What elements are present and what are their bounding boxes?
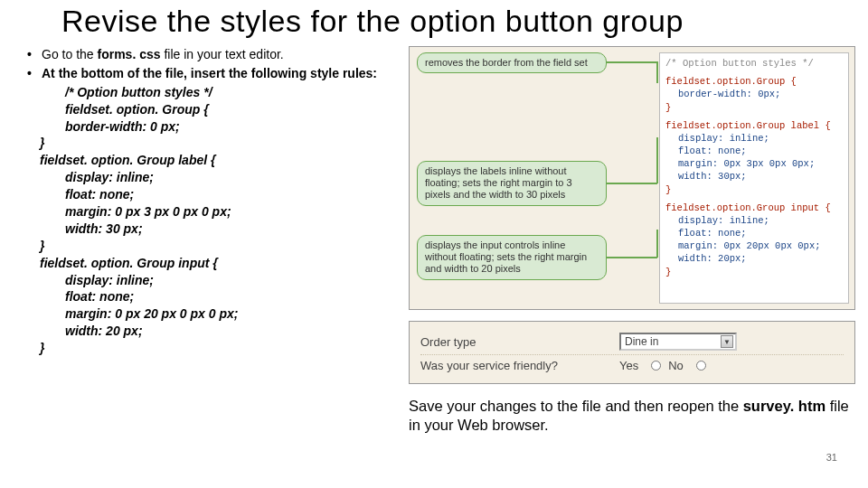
code-line: /* Option button styles */: [65, 84, 398, 101]
page-number: 31: [826, 452, 837, 463]
connector-line: [656, 230, 658, 258]
form-row-order-type: Order type Dine in ▼: [420, 329, 844, 355]
form-row-service: Was your service friendly? Yes No: [420, 355, 844, 376]
bullet-2: • At the bottom of the file, insert the …: [27, 65, 398, 82]
code-brace: }: [665, 266, 843, 278]
code-line: display: inline;: [40, 169, 398, 186]
code-line: display: inline;: [40, 272, 398, 289]
code-line: float: none;: [40, 186, 398, 203]
connector-line: [607, 257, 657, 258]
bullet2-text: At the bottom of the file, insert the fo…: [42, 65, 398, 82]
left-column: • Go to the forms. css file in your text…: [27, 46, 398, 434]
code-selector: fieldset.option.Group {: [665, 75, 843, 88]
bottom-pre: Save your changes to the file and then r…: [409, 398, 743, 414]
slide-title: Revise the styles for the option button …: [0, 0, 868, 46]
bullet1-bold: forms. css: [97, 47, 160, 61]
code-line: fieldset. option. Group input {: [40, 255, 398, 272]
code-line: fieldset. option. Group label {: [40, 152, 398, 169]
radio-no[interactable]: [696, 361, 706, 371]
select-value: Dine in: [625, 335, 658, 348]
code-line: float: none;: [40, 288, 398, 305]
label-service: Was your service friendly?: [420, 359, 619, 372]
code-prop: width: 30px;: [665, 170, 843, 183]
code-line: }: [40, 135, 398, 152]
code-line: width: 20 px;: [40, 323, 398, 340]
right-column: removes the border from the field set di…: [409, 46, 855, 434]
callout-1: removes the border from the field set: [417, 52, 607, 73]
radio-yes[interactable]: [651, 361, 661, 371]
dropdown-arrow-icon[interactable]: ▼: [721, 335, 733, 348]
css-code-block: /* Option button styles */ fieldset. opt…: [65, 84, 398, 357]
bullet1-post: file in your text editor.: [161, 47, 284, 61]
code-selector: fieldset.option.Group label {: [665, 119, 843, 132]
bullet-dot: •: [27, 65, 42, 82]
connector-line: [607, 183, 657, 184]
code-prop: display: inline;: [665, 214, 843, 227]
select-order-type[interactable]: Dine in ▼: [619, 333, 737, 351]
code-line: margin: 0 px 20 px 0 px 0 px;: [40, 305, 398, 323]
code-line: }: [40, 238, 398, 255]
connector-line: [656, 61, 658, 83]
code-prop: border-width: 0px;: [665, 88, 843, 100]
callout-2: displays the labels inline without float…: [417, 161, 607, 206]
code-line: fieldset. option. Group {: [65, 101, 398, 118]
code-selector: fieldset.option.Group input {: [665, 202, 843, 214]
code-prop: width: 20px;: [665, 252, 843, 265]
code-line: }: [40, 340, 398, 357]
form-preview: Order type Dine in ▼ Was your service fr…: [409, 321, 855, 384]
code-prop: float: none;: [665, 227, 843, 239]
code-brace: }: [665, 183, 843, 196]
code-comment: /* Option button styles */: [665, 57, 843, 70]
bullet1-pre: Go to the: [42, 47, 97, 61]
annotated-code-diagram: removes the border from the field set di…: [409, 46, 855, 310]
radio-label-no: No: [668, 359, 684, 372]
code-line: margin: 0 px 3 px 0 px 0 px;: [40, 203, 398, 221]
bottom-instruction: Save your changes to the file and then r…: [409, 395, 855, 434]
code-brace: }: [665, 101, 843, 114]
code-prop: float: none;: [665, 145, 843, 157]
code-prop: margin: 0px 3px 0px 0px;: [665, 157, 843, 170]
code-panel: /* Option button styles */ fieldset.opti…: [659, 52, 849, 304]
code-line: width: 30 px;: [40, 221, 398, 238]
code-line: border-width: 0 px;: [65, 118, 398, 136]
code-prop: margin: 0px 20px 0px 0px;: [665, 239, 843, 252]
bullet-dot: •: [27, 46, 42, 63]
connector-line: [607, 61, 657, 63]
callout-3: displays the input controls inline witho…: [417, 235, 607, 280]
content-columns: • Go to the forms. css file in your text…: [0, 46, 868, 434]
code-prop: display: inline;: [665, 132, 843, 145]
label-order-type: Order type: [420, 335, 619, 349]
connector-line: [656, 137, 658, 183]
radio-label-yes: Yes: [619, 359, 638, 372]
bullet-1: • Go to the forms. css file in your text…: [27, 46, 398, 63]
bottom-bold: survey. htm: [743, 398, 826, 414]
